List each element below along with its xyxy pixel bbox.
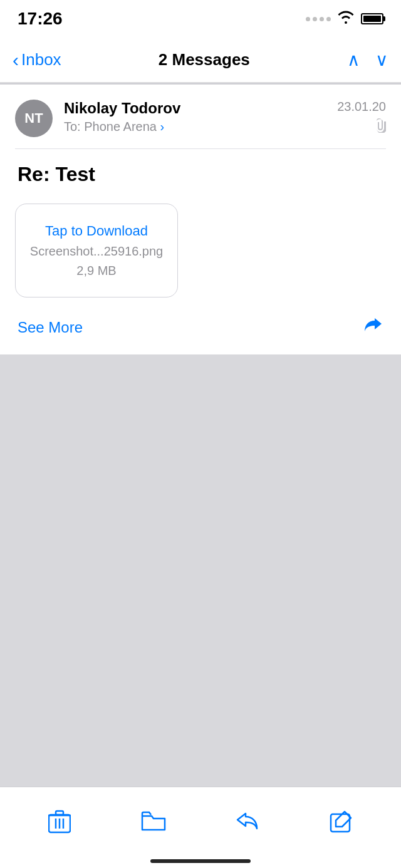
email-card: NT Nikolay Todorov To: Phone Arena › 23.…	[0, 85, 401, 354]
recipient[interactable]: Phone Arena ›	[84, 120, 164, 133]
email-footer: See More	[15, 315, 386, 354]
nav-title: 2 Messages	[159, 50, 250, 70]
previous-message-button[interactable]: ∧	[347, 51, 360, 69]
email-date-col: 23.01.20	[337, 100, 386, 136]
reply-toolbar-button[interactable]	[226, 803, 269, 840]
signal-icon	[306, 17, 331, 21]
svg-rect-1	[56, 811, 63, 815]
back-label: Inbox	[21, 50, 61, 70]
tap-download-label[interactable]: Tap to Download	[45, 223, 148, 239]
bottom-toolbar	[0, 787, 401, 868]
compose-icon	[330, 810, 353, 833]
back-button[interactable]: ‹ Inbox	[13, 50, 61, 70]
paperclip-icon	[375, 118, 386, 136]
reply-icon	[236, 811, 259, 832]
battery-icon	[361, 13, 383, 24]
trash-button[interactable]	[38, 803, 81, 840]
header-separator	[15, 148, 386, 149]
email-date: 23.01.20	[337, 100, 386, 114]
nav-arrows: ∧ ∨	[347, 51, 388, 69]
email-meta: Nikolay Todorov To: Phone Arena ›	[64, 100, 326, 134]
see-more-button[interactable]: See More	[18, 319, 83, 336]
folder-icon	[141, 811, 166, 832]
to-line: To: Phone Arena ›	[64, 120, 326, 134]
attachment-filename: Screenshot...25916.png	[30, 244, 163, 259]
status-bar: 17:26	[0, 0, 401, 38]
attachment-box[interactable]: Tap to Download Screenshot...25916.png 2…	[15, 204, 178, 297]
avatar: NT	[15, 100, 53, 137]
gray-area	[0, 354, 401, 802]
wifi-icon	[337, 10, 355, 28]
folder-button[interactable]	[132, 803, 175, 840]
status-icons	[306, 10, 383, 28]
attachment-size: 2,9 MB	[76, 264, 116, 278]
home-indicator	[150, 859, 251, 863]
chevron-left-icon: ‹	[13, 51, 19, 70]
reply-button[interactable]	[361, 315, 383, 339]
email-header: NT Nikolay Todorov To: Phone Arena › 23.…	[15, 100, 386, 137]
next-message-button[interactable]: ∨	[375, 51, 388, 69]
status-time: 17:26	[18, 9, 63, 29]
trash-icon	[48, 810, 71, 834]
to-label: To:	[64, 120, 81, 133]
sender-name: Nikolay Todorov	[64, 100, 326, 117]
nav-bar: ‹ Inbox 2 Messages ∧ ∨	[0, 38, 401, 83]
email-subject: Re: Test	[15, 163, 386, 186]
compose-button[interactable]	[320, 803, 363, 840]
